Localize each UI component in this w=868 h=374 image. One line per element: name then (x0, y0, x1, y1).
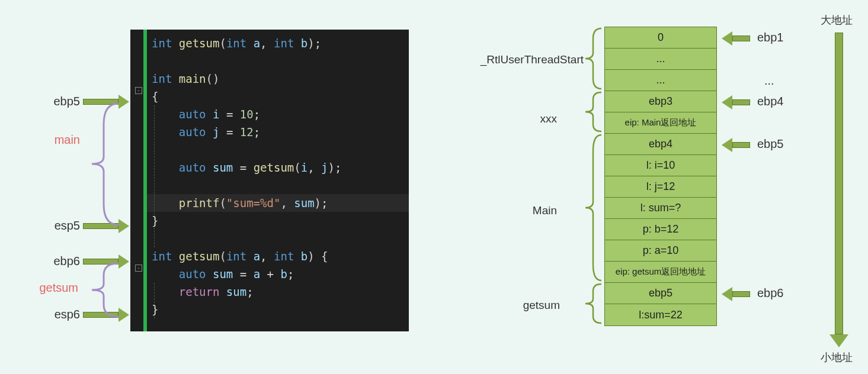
label-ebp1: ebp1 (757, 31, 784, 44)
code-line: int getsum(int a, int b); (152, 34, 409, 52)
brace-icon (582, 27, 603, 91)
brace-icon (582, 282, 603, 325)
label-low-addr: 小地址 (821, 350, 853, 365)
label-ebp5: ebp5 (44, 95, 80, 108)
label-main: main (44, 133, 80, 147)
stack-cell: ... (605, 49, 716, 70)
stack-cell: ebp3 (605, 91, 716, 112)
stack-cell: ... (605, 70, 716, 91)
label-ebp6: ebp6 (44, 254, 80, 268)
arrow-left-icon (722, 31, 750, 46)
fold-icon: - (135, 87, 142, 94)
stack-cell: ebp4 (605, 134, 716, 155)
stack-cell: eip: getsum返回地地址 (605, 262, 716, 283)
label-esp5: esp5 (44, 219, 80, 233)
code-line: auto sum = getsum(i, j); (152, 159, 409, 176)
brace-icon (86, 260, 121, 320)
brace-icon (582, 133, 603, 282)
code-gutter: - - (130, 30, 147, 331)
stack-cell: l: j=12 (605, 176, 716, 198)
label-main-stack: Main (521, 204, 557, 217)
label-rtl: _RtlUserThreadStart (480, 53, 584, 66)
stack-cell: l: sum=? (605, 198, 716, 219)
code-line: return sum; (152, 283, 409, 301)
stack-cell: l: i=10 (605, 155, 716, 176)
fold-icon: - (135, 265, 142, 272)
code-editor-panel: - - int getsum(int a, int b); int main()… (130, 30, 409, 331)
code-line: } (152, 301, 409, 318)
stack-cell: p: b=12 (605, 219, 716, 240)
code-line: auto j = 12; (152, 123, 409, 141)
label-getsum-stack: getsum (513, 299, 560, 312)
stack-cell: l:sum=22 (605, 304, 716, 325)
code-line: { (152, 88, 409, 105)
code-line: int getsum(int a, int b) { (152, 247, 409, 265)
arrow-left-icon (722, 138, 750, 152)
stack-cell: p: a=10 (605, 240, 716, 262)
label-ebp4: ebp4 (757, 95, 784, 108)
arrow-left-icon (722, 287, 750, 301)
label-ebp6-r: ebp6 (757, 286, 784, 300)
stack-diagram: 0 ... ... ebp3 eip: Main返回地址 ebp4 l: i=1… (604, 27, 717, 326)
brace-icon (582, 91, 603, 133)
label-high-addr: 大地址 (821, 13, 853, 27)
stack-cell: ebp5 (605, 283, 716, 304)
code-line: } (152, 212, 409, 230)
code-line: auto sum = a + b; (152, 265, 409, 283)
brace-icon (86, 101, 121, 228)
label-dots: ... (764, 74, 774, 88)
label-xxx: xxx (521, 112, 557, 125)
arrow-left-icon (722, 95, 750, 109)
label-esp6: esp6 (44, 308, 80, 321)
code-line: auto i = 10; (152, 105, 409, 123)
code-line: int main() (152, 70, 409, 88)
stack-cell: eip: Main返回地址 (605, 112, 716, 134)
address-direction-arrow (829, 33, 848, 347)
stack-cell: 0 (605, 27, 716, 49)
code-area: int getsum(int a, int b); int main() { a… (147, 30, 409, 331)
label-ebp5-r: ebp5 (757, 137, 784, 151)
label-getsum: getsum (31, 281, 78, 295)
